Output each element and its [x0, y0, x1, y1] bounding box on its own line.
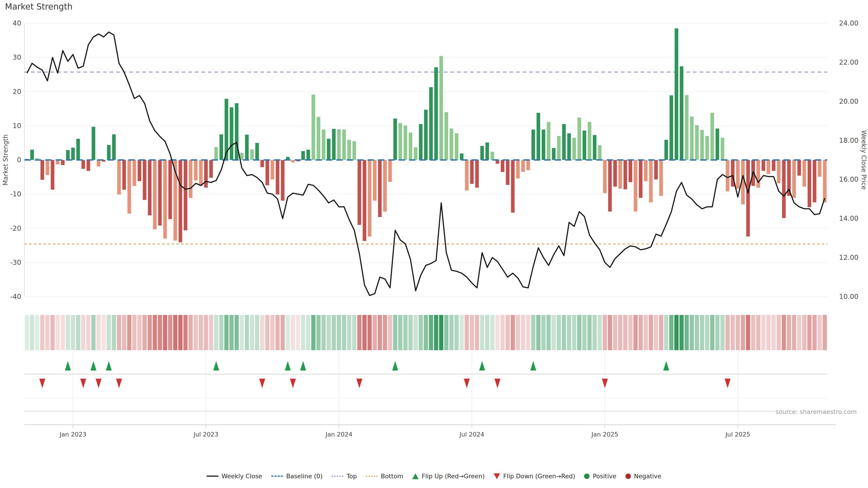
- strength-bar: [117, 160, 121, 195]
- strength-bar: [746, 160, 750, 236]
- heatmap-cell: [255, 315, 259, 350]
- strength-bar: [378, 160, 381, 217]
- strength-bar: [455, 133, 458, 160]
- strength-bar: [266, 160, 269, 185]
- heatmap-cell: [552, 315, 556, 350]
- legend-swatch-circ-pos-icon: [584, 474, 590, 479]
- heatmap-cell: [378, 315, 382, 350]
- heatmap-cell: [240, 315, 244, 350]
- heatmap-cell: [219, 315, 223, 350]
- heatmap-cell: [541, 315, 546, 350]
- heatmap-cell: [572, 315, 577, 350]
- x-axis-label: Jul 2023: [193, 431, 218, 438]
- x-axis-label: Jul 2025: [725, 431, 750, 438]
- flip-up-marker: [530, 361, 536, 370]
- flip-down-marker: [495, 379, 500, 388]
- heatmap-cell: [506, 315, 510, 350]
- legend-item-baseline-0: Baseline (0): [271, 473, 322, 480]
- heatmap-cell: [490, 315, 495, 350]
- strength-bar: [802, 160, 806, 187]
- heatmap-cell: [618, 315, 622, 350]
- heatmap-cell: [659, 315, 663, 350]
- heatmap-cell: [547, 315, 551, 350]
- strength-bar: [40, 160, 44, 180]
- strength-bar: [516, 160, 520, 178]
- heatmap-cell: [342, 315, 346, 350]
- strength-bar: [485, 142, 489, 160]
- heatmap-cell: [352, 315, 356, 350]
- strength-bar: [255, 143, 259, 160]
- legend-label: Baseline (0): [286, 473, 322, 480]
- heatmap-cell: [470, 315, 474, 350]
- legend-swatch-dot-purple-icon: [332, 476, 343, 477]
- heatmap-cell: [286, 315, 290, 350]
- strength-bar: [792, 160, 796, 198]
- strength-bar: [608, 160, 612, 212]
- heatmap-cell: [347, 315, 351, 350]
- heatmap-cell: [582, 315, 587, 350]
- strength-bar: [813, 160, 816, 202]
- strength-bar: [189, 160, 192, 198]
- heatmap-cell: [388, 315, 392, 350]
- heatmap-cell: [40, 315, 44, 350]
- right-axis-tick: 10.00: [839, 293, 859, 300]
- heatmap-cell: [598, 315, 602, 350]
- strength-bar: [250, 149, 254, 160]
- strength-bar: [511, 160, 515, 213]
- heatmap-cell: [787, 315, 791, 350]
- strength-bar: [373, 160, 377, 201]
- heatmap-cell: [454, 315, 459, 350]
- strength-bar: [404, 125, 407, 160]
- strength-bar: [92, 127, 95, 160]
- right-axis-title: Weekly Close Price: [860, 130, 868, 190]
- strength-bar: [352, 141, 356, 160]
- heatmap-cell: [418, 315, 423, 350]
- strength-bar: [66, 150, 70, 160]
- heatmap-cell: [291, 315, 295, 350]
- heatmap-cell: [51, 315, 55, 350]
- strength-bar: [409, 133, 412, 160]
- chart-legend: Weekly CloseBaseline (0)TopBottomFlip Up…: [0, 473, 868, 480]
- strength-bar: [552, 148, 556, 160]
- heatmap-cell: [608, 315, 612, 350]
- strength-bar: [818, 160, 822, 177]
- strength-bar: [204, 160, 208, 188]
- strength-bar: [659, 160, 663, 196]
- strength-bar: [480, 146, 484, 160]
- heatmap-cell: [101, 315, 106, 350]
- heatmap-cell: [127, 315, 131, 350]
- heatmap-cell: [188, 315, 193, 350]
- heatmap-cell: [460, 315, 464, 350]
- heatmap-cell: [475, 315, 479, 350]
- flip-up-marker: [90, 361, 96, 370]
- legend-label: Weekly Close: [221, 473, 262, 480]
- strength-bar: [337, 129, 341, 160]
- strength-bar: [97, 160, 100, 166]
- market-strength-chart: 403020100-10-20-30-4024.0022.0020.0018.0…: [0, 0, 868, 488]
- flip-up-marker: [479, 361, 485, 370]
- strength-bar: [716, 129, 719, 160]
- heatmap-cell: [521, 315, 525, 350]
- strength-bar: [670, 95, 673, 160]
- heatmap-cell: [429, 315, 433, 350]
- flip-down-marker: [725, 379, 731, 388]
- flip-up-marker: [106, 361, 112, 370]
- strength-bar: [623, 160, 627, 189]
- legend-item-weekly-close: Weekly Close: [207, 473, 262, 480]
- source-note: source: sharemaestro.com: [776, 408, 857, 415]
- strength-bar: [567, 133, 571, 160]
- heatmap-cell: [654, 315, 658, 350]
- heatmap-cell: [158, 315, 162, 350]
- heatmap-cell: [439, 315, 443, 350]
- weekly-close-line: [27, 32, 825, 295]
- strength-bar: [705, 136, 709, 160]
- strength-bar: [122, 160, 126, 190]
- heatmap-cell: [368, 315, 372, 350]
- legend-swatch-circ-neg-icon: [625, 474, 631, 479]
- strength-bar: [562, 124, 566, 160]
- strength-bar: [772, 160, 775, 171]
- flip-down-marker: [602, 379, 608, 388]
- heatmap-cell: [96, 315, 101, 350]
- legend-item-positive: Positive: [584, 473, 616, 480]
- strength-bar: [690, 117, 693, 160]
